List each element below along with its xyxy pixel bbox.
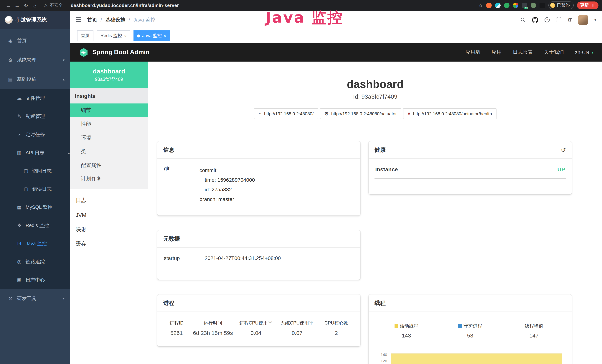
sidebar-item-file-mgmt[interactable]: ☁ 文件管理 xyxy=(0,89,70,107)
sba-menu-caches[interactable]: 缓存 xyxy=(70,237,148,251)
sidebar-item-api-log[interactable]: ▥ API 日志 ▴ xyxy=(0,143,70,162)
sba-menu-logs[interactable]: 日志 xyxy=(70,193,148,208)
extension-icon[interactable] xyxy=(504,3,509,8)
threads-card-title: 线程 xyxy=(375,300,386,307)
sba-nav-about[interactable]: 关于我们 xyxy=(544,49,564,56)
sidebar-item-log-center[interactable]: ▣ 日志中心 xyxy=(0,271,70,289)
sidebar-item-cron[interactable]: ◔ 定时任务 xyxy=(0,125,70,143)
extension-icon[interactable] xyxy=(531,3,536,8)
extensions-puzzle-icon[interactable] xyxy=(539,3,545,8)
sidebar-item-label: 访问日志 xyxy=(32,167,52,174)
sidebar-item-label: MySQL 监控 xyxy=(26,204,53,211)
chevron-down-icon: ▾ xyxy=(63,297,64,300)
sba-menu-environment[interactable]: 环境 xyxy=(70,131,148,145)
kebab-menu-icon[interactable]: ⋮ xyxy=(591,3,595,8)
instance-links: ⌂ http://192.168.0.2:48080/ ⚙ http://192… xyxy=(148,108,602,119)
fullscreen-icon[interactable] xyxy=(556,17,562,23)
sba-nav-wallboard[interactable]: 应用墙 xyxy=(465,49,480,56)
profile-avatar-icon xyxy=(550,3,555,8)
health-url: http://192.168.0.2:48080/actuator/health xyxy=(413,111,492,116)
process-value: 0.04 xyxy=(236,329,276,341)
sba-menu-config-props[interactable]: 配置属性 xyxy=(70,158,148,172)
health-instance-row[interactable]: Instance UP xyxy=(375,160,566,179)
breadcrumb-item[interactable]: 首页 xyxy=(87,17,97,23)
java-monitor-icon: ⊡ xyxy=(16,241,22,246)
tabs-bar: 首页 Redis 监控 × Java 监控 × xyxy=(70,29,602,43)
reload-icon[interactable]: ↻ xyxy=(22,2,30,8)
sba-menu-classes[interactable]: 类 xyxy=(70,145,148,158)
forward-icon[interactable]: → xyxy=(13,2,22,8)
sidebar-item-access-log[interactable]: ▢ 访问日志 xyxy=(0,162,70,180)
close-icon[interactable]: × xyxy=(164,33,166,38)
sidebar-item-dev-tools[interactable]: ⚒ 研发工具 ▾ xyxy=(0,289,70,308)
sidebar-item-java-monitor[interactable]: ⊡ Java 监控 xyxy=(0,234,70,253)
home-icon[interactable]: ⌂ xyxy=(30,2,39,8)
service-url: http://192.168.0.2:48080/ xyxy=(264,111,313,116)
sidebar-item-infra[interactable]: ▤ 基础设施 ▴ xyxy=(0,70,70,89)
health-url-button[interactable]: ♥ http://192.168.0.2:48080/actuator/heal… xyxy=(403,108,496,119)
help-icon[interactable]: ? xyxy=(544,17,550,23)
sidebar-item-label: 文件管理 xyxy=(26,95,45,101)
threads-chart: 140 120 100 xyxy=(375,351,566,364)
tab-redis-monitor[interactable]: Redis 监控 × xyxy=(97,30,130,41)
github-icon[interactable] xyxy=(532,17,538,23)
sba-menu-mappings[interactable]: 映射 xyxy=(70,222,148,237)
sidebar-item-tracing[interactable]: ◎ 链路追踪 xyxy=(0,253,70,271)
font-size-icon[interactable]: tT xyxy=(568,17,572,23)
sidebar-item-label: 配置管理 xyxy=(26,113,45,120)
annotation-java-monitor: Java 监控 xyxy=(266,7,343,28)
breadcrumb-item[interactable]: 基础设施 xyxy=(105,17,125,23)
tab-home[interactable]: 首页 xyxy=(77,30,93,41)
metadata-card-title: 元数据 xyxy=(163,236,180,243)
caret-down-icon: ▾ xyxy=(591,50,593,54)
sidebar-item-config-mgmt[interactable]: ✎ 配置管理 xyxy=(0,107,70,125)
extension-icon[interactable] xyxy=(495,3,501,8)
sba-menu-scheduled-tasks[interactable]: 计划任务 xyxy=(70,172,148,186)
sidebar-item-redis[interactable]: ❖ Redis 监控 xyxy=(0,216,70,234)
sidebar-item-system[interactable]: ⚙ 系统管理 ▾ xyxy=(0,50,70,70)
sidebar-item-label: API 日志 xyxy=(26,149,44,156)
sba-instance-header[interactable]: dashboard 93a3fc7f7409 xyxy=(70,62,148,88)
process-value: 2 xyxy=(318,329,355,341)
extension-icon[interactable] xyxy=(513,3,518,8)
info-values: commit: time: 1596289704000 id: 27aa832 … xyxy=(200,165,354,204)
sba-language-select[interactable]: zh-CN ▾ xyxy=(575,50,593,55)
sba-nav-journal[interactable]: 日志报表 xyxy=(513,49,533,56)
back-icon[interactable]: ← xyxy=(4,2,13,8)
user-avatar[interactable] xyxy=(578,15,588,25)
legend-item: 守护进程 53 xyxy=(438,323,502,339)
extension-icon[interactable] xyxy=(486,3,492,8)
sba-menu-metrics[interactable]: 性能 xyxy=(70,117,148,131)
sba-menu-details[interactable]: 细节 xyxy=(70,104,148,117)
info-card-title: 信息 xyxy=(157,141,360,159)
history-icon[interactable]: ↺ xyxy=(561,147,566,153)
sba-brand[interactable]: Spring Boot Admin xyxy=(79,47,150,57)
sidebar-item-label: Redis 监控 xyxy=(26,222,49,229)
chrome-update-button[interactable]: 更新 ⋮ xyxy=(577,1,599,9)
sidebar-item-mysql[interactable]: ▦ MySQL 监控 xyxy=(0,198,70,216)
chevron-up-icon: ▴ xyxy=(63,77,64,81)
redis-icon: ❖ xyxy=(16,223,22,228)
sidebar-item-home[interactable]: ◉ 首页 xyxy=(0,31,70,50)
document-icon: ▥ xyxy=(16,150,22,155)
sidebar-item-label: 首页 xyxy=(17,37,27,44)
sba-nav-applications[interactable]: 应用 xyxy=(492,49,502,56)
search-icon[interactable] xyxy=(520,17,526,23)
profile-paused-chip[interactable]: 已暂停 xyxy=(548,1,573,9)
bookmark-star-icon[interactable]: ☆ xyxy=(479,3,483,8)
tab-java-monitor[interactable]: Java 监控 × xyxy=(134,30,170,41)
site-security-chip[interactable]: ⚠ 不安全 xyxy=(44,2,63,9)
app-title: 芋道管理系统 xyxy=(16,17,47,23)
process-table: 进程ID 运行时间 进程CPU使用率 系统CPU使用率 CPU核心数 5261 … xyxy=(163,313,355,341)
address-bar[interactable]: dashboard.yudao.iocoder.cn/infra/admin-s… xyxy=(71,3,179,8)
caret-down-icon[interactable]: ▾ xyxy=(594,18,596,22)
sidebar-item-error-log[interactable]: ▢ 错误日志 xyxy=(0,180,70,198)
extension-icon[interactable]: on xyxy=(522,3,527,8)
hamburger-icon[interactable]: ☰ xyxy=(76,16,81,24)
legend-swatch-daemon xyxy=(458,324,462,328)
sba-menu-jvm[interactable]: JVM xyxy=(70,208,148,222)
app-logo[interactable]: 芋道管理系统 xyxy=(0,11,70,29)
actuator-url-button[interactable]: ⚙ http://192.168.0.2:48080/actuator xyxy=(320,108,401,119)
close-icon[interactable]: × xyxy=(124,33,127,38)
service-url-button[interactable]: ⌂ http://192.168.0.2:48080/ xyxy=(254,108,318,119)
